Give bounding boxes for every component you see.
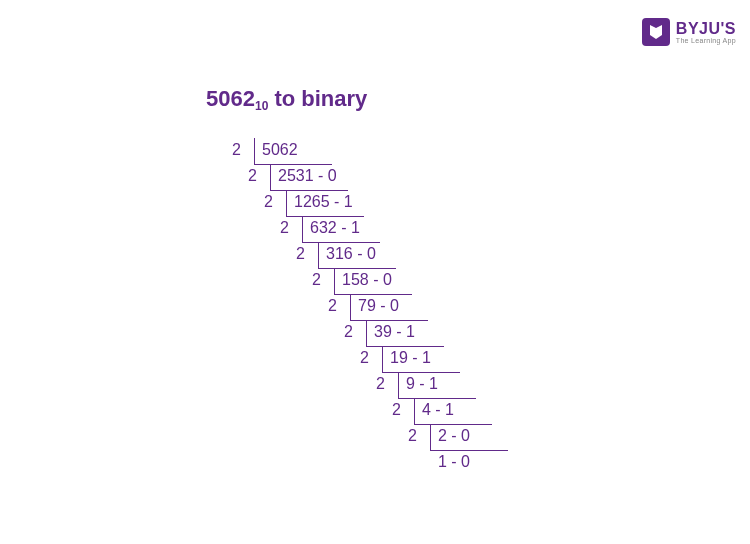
divisor-value: 2: [408, 427, 417, 445]
divisor-value: 2: [312, 271, 321, 289]
division-vline: [318, 242, 319, 268]
quotient-remainder: 19 - 1: [390, 349, 431, 367]
division-vline: [398, 372, 399, 398]
quotient-remainder: 1265 - 1: [294, 193, 353, 211]
division-hline: [334, 294, 412, 295]
divisor-value: 2: [392, 401, 401, 419]
quotient-remainder: 1 - 0: [438, 453, 470, 471]
division-vline: [382, 346, 383, 372]
title-base: 10: [255, 99, 268, 113]
logo-badge-icon: [642, 18, 670, 46]
title-suffix: to binary: [268, 86, 367, 111]
divisor-value: 2: [296, 245, 305, 263]
divisor-value: 2: [360, 349, 369, 367]
logo-glyph-icon: [647, 23, 665, 41]
divisor-value: 2: [248, 167, 257, 185]
division-hline: [254, 164, 332, 165]
division-hline: [318, 268, 396, 269]
page-title: 506210 to binary: [206, 86, 367, 112]
quotient-remainder: 2531 - 0: [278, 167, 337, 185]
division-hline: [302, 242, 380, 243]
divisor-value: 2: [280, 219, 289, 237]
divisor-value: 2: [376, 375, 385, 393]
quotient-remainder: 316 - 0: [326, 245, 376, 263]
quotient-remainder: 632 - 1: [310, 219, 360, 237]
divisor-value: 2: [264, 193, 273, 211]
division-hline: [414, 424, 492, 425]
quotient-remainder: 39 - 1: [374, 323, 415, 341]
title-number: 5062: [206, 86, 255, 111]
quotient-remainder: 4 - 1: [422, 401, 454, 419]
division-hline: [430, 450, 508, 451]
divisor-value: 2: [328, 297, 337, 315]
division-vline: [414, 398, 415, 424]
division-hline: [350, 320, 428, 321]
division-hline: [382, 372, 460, 373]
divisor-value: 2: [232, 141, 241, 159]
divisor-value: 2: [344, 323, 353, 341]
division-vline: [270, 164, 271, 190]
logo-tagline: The Learning App: [676, 37, 736, 44]
division-vline: [254, 138, 255, 164]
division-vline: [430, 424, 431, 450]
division-vline: [286, 190, 287, 216]
quotient-remainder: 9 - 1: [406, 375, 438, 393]
quotient-remainder: 5062: [262, 141, 298, 159]
quotient-remainder: 79 - 0: [358, 297, 399, 315]
division-vline: [334, 268, 335, 294]
logo-brand: BYJU'S: [676, 21, 736, 37]
division-hline: [398, 398, 476, 399]
division-hline: [270, 190, 348, 191]
division-vline: [350, 294, 351, 320]
division-vline: [366, 320, 367, 346]
quotient-remainder: 2 - 0: [438, 427, 470, 445]
brand-logo: BYJU'S The Learning App: [642, 18, 736, 46]
quotient-remainder: 158 - 0: [342, 271, 392, 289]
division-vline: [302, 216, 303, 242]
logo-text: BYJU'S The Learning App: [676, 21, 736, 44]
division-hline: [366, 346, 444, 347]
division-hline: [286, 216, 364, 217]
